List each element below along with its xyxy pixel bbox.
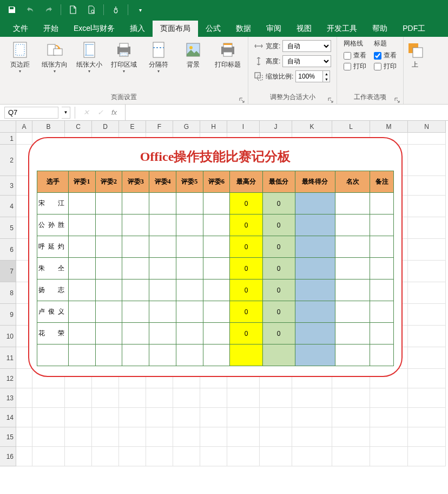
table-cell[interactable] <box>335 258 370 280</box>
cell[interactable] <box>92 427 119 447</box>
new-icon[interactable] <box>65 2 81 17</box>
column-header[interactable]: K <box>292 121 332 133</box>
cell[interactable] <box>332 427 370 447</box>
table-cell[interactable] <box>95 193 122 214</box>
select-all-corner[interactable] <box>0 121 16 133</box>
table-cell[interactable]: 0 <box>230 193 262 214</box>
cell[interactable] <box>260 447 292 466</box>
column-header[interactable]: I <box>227 121 260 133</box>
cell[interactable] <box>32 427 65 447</box>
cell[interactable] <box>408 347 446 369</box>
table-cell[interactable] <box>335 214 370 236</box>
row-header[interactable]: 6 <box>0 239 16 261</box>
table-cell[interactable]: 0 <box>230 280 262 301</box>
table-cell[interactable]: 0 <box>262 236 295 258</box>
table-cell[interactable] <box>203 301 230 323</box>
table-cell[interactable] <box>149 236 176 258</box>
cell[interactable] <box>32 408 65 427</box>
cancel-icon[interactable]: ✕ <box>81 107 91 118</box>
table-cell[interactable] <box>295 193 335 214</box>
table-cell[interactable] <box>37 344 69 366</box>
table-cell[interactable]: 0 <box>230 258 262 280</box>
table-cell[interactable] <box>69 280 96 301</box>
cell[interactable] <box>370 447 408 466</box>
tab-file[interactable]: 文件 <box>5 21 36 37</box>
row-header[interactable]: 10 <box>0 326 16 347</box>
row-header[interactable]: 16 <box>0 447 16 466</box>
cell[interactable] <box>227 388 260 408</box>
table-cell[interactable] <box>149 280 176 301</box>
row-header[interactable]: 15 <box>0 427 16 447</box>
tab-excel-finance[interactable]: Excel与财务 <box>66 21 122 37</box>
tab-developer[interactable]: 开发工具 <box>319 21 365 37</box>
row-header[interactable]: 1 <box>0 133 16 145</box>
breaks-button[interactable]: 分隔符▾ <box>142 39 175 75</box>
table-cell[interactable] <box>230 344 262 366</box>
table-cell[interactable] <box>203 258 230 280</box>
table-cell[interactable] <box>335 344 370 366</box>
cell[interactable] <box>408 217 446 239</box>
table-cell[interactable]: 0 <box>230 236 262 258</box>
background-button[interactable]: 背景 <box>176 39 210 69</box>
table-cell[interactable] <box>176 280 203 301</box>
table-cell[interactable] <box>295 301 335 323</box>
table-cell[interactable] <box>176 301 203 323</box>
cell[interactable] <box>408 388 446 408</box>
cell[interactable] <box>408 282 446 304</box>
table-cell[interactable] <box>295 258 335 280</box>
table-cell[interactable]: 0 <box>230 301 262 323</box>
table-cell[interactable] <box>295 214 335 236</box>
cell[interactable] <box>260 427 292 447</box>
table-cell[interactable] <box>69 258 96 280</box>
table-cell[interactable] <box>95 258 122 280</box>
cell[interactable] <box>260 388 292 408</box>
cell[interactable] <box>200 408 227 427</box>
table-cell[interactable] <box>149 193 176 214</box>
gridlines-print-checkbox[interactable]: 打印 <box>344 62 366 71</box>
table-cell[interactable] <box>149 258 176 280</box>
save-icon[interactable] <box>4 2 19 17</box>
table-cell[interactable] <box>95 214 122 236</box>
cell[interactable] <box>173 408 200 427</box>
scale-input[interactable] <box>295 70 322 82</box>
table-cell[interactable] <box>295 323 335 344</box>
cell[interactable] <box>119 408 146 427</box>
table-cell[interactable] <box>69 301 96 323</box>
table-cell[interactable] <box>95 344 122 366</box>
column-header[interactable]: D <box>92 121 119 133</box>
cell[interactable] <box>370 427 408 447</box>
cell[interactable] <box>16 388 32 408</box>
cell[interactable] <box>92 408 119 427</box>
cell[interactable] <box>173 427 200 447</box>
column-header[interactable]: F <box>146 121 173 133</box>
cell[interactable] <box>227 408 260 427</box>
table-cell[interactable] <box>335 236 370 258</box>
row-header[interactable]: 12 <box>0 369 16 388</box>
column-header[interactable]: B <box>32 121 65 133</box>
cell[interactable] <box>332 408 370 427</box>
table-cell[interactable]: 0 <box>230 214 262 236</box>
cell[interactable] <box>16 447 32 466</box>
table-cell[interactable] <box>370 214 394 236</box>
cell[interactable] <box>408 133 446 145</box>
table-cell[interactable] <box>122 280 149 301</box>
cell[interactable] <box>370 408 408 427</box>
enter-icon[interactable]: ✓ <box>95 107 106 118</box>
cell[interactable] <box>408 145 446 176</box>
table-cell[interactable]: 卢俊义 <box>37 301 69 323</box>
cell[interactable] <box>332 447 370 466</box>
column-header[interactable]: C <box>65 121 92 133</box>
table-cell[interactable] <box>149 214 176 236</box>
options-launcher[interactable] <box>394 95 402 103</box>
table-cell[interactable] <box>295 344 335 366</box>
table-cell[interactable] <box>176 214 203 236</box>
table-cell[interactable] <box>203 280 230 301</box>
cell[interactable] <box>408 408 446 427</box>
fx-icon[interactable]: fx <box>109 107 120 118</box>
table-cell[interactable] <box>335 301 370 323</box>
bring-forward-button[interactable]: 上 <box>407 39 423 69</box>
cell[interactable] <box>16 408 32 427</box>
column-header[interactable]: L <box>332 121 370 133</box>
tab-insert[interactable]: 插入 <box>122 21 153 37</box>
cell[interactable] <box>292 388 332 408</box>
